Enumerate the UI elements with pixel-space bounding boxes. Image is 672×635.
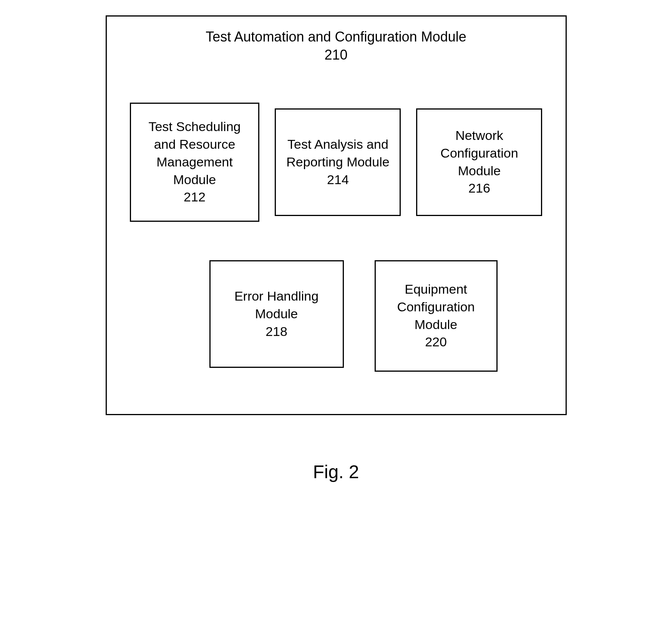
main-title-ref: 210 xyxy=(324,47,347,63)
module-212-name: Test Scheduling and Resource Management … xyxy=(148,119,241,187)
module-error-handling: Error Handling Module 218 xyxy=(209,260,344,368)
module-212-ref: 212 xyxy=(184,190,206,204)
main-module-title: Test Automation and Configuration Module… xyxy=(130,28,543,64)
module-216-ref: 216 xyxy=(468,181,490,195)
top-row: Test Scheduling and Resource Management … xyxy=(130,103,543,222)
module-218-ref: 218 xyxy=(265,324,287,339)
outer-module-container: Test Automation and Configuration Module… xyxy=(106,15,567,415)
module-220-name: Equipment Configuration Module xyxy=(397,282,475,332)
module-214-ref: 214 xyxy=(327,172,349,187)
module-network-config: Network Configuration Module 216 xyxy=(416,108,542,216)
figure-label: Fig. 2 xyxy=(313,461,359,482)
bottom-row: Error Handling Module 218 Equipment Conf… xyxy=(130,260,543,372)
module-test-scheduling: Test Scheduling and Resource Management … xyxy=(130,103,260,222)
main-title-text: Test Automation and Configuration Module xyxy=(206,29,466,45)
module-220-ref: 220 xyxy=(425,334,447,349)
module-test-analysis: Test Analysis and Reporting Module 214 xyxy=(275,108,401,216)
module-214-name: Test Analysis and Reporting Module xyxy=(286,137,389,169)
module-218-name: Error Handling Module xyxy=(234,289,319,321)
module-equipment-config: Equipment Configuration Module 220 xyxy=(375,260,498,372)
module-216-name: Network Configuration Module xyxy=(440,128,518,178)
